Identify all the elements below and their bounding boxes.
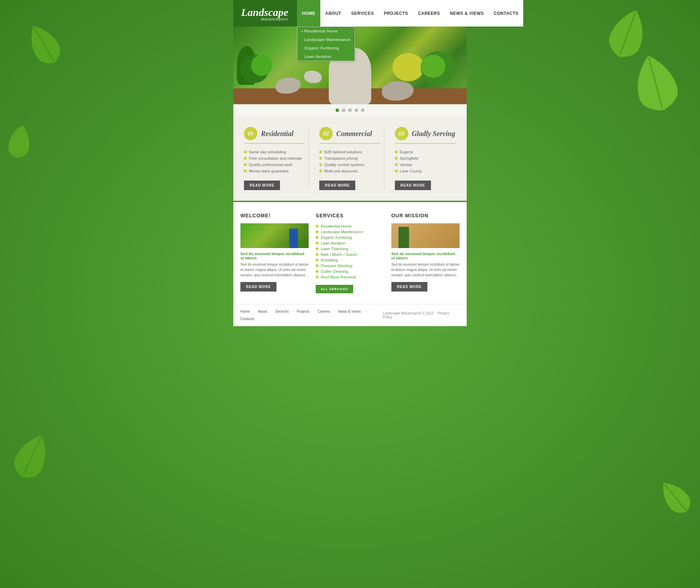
welcome-title: Sed do eiusmod tempor incididunt ut labo… <box>240 252 309 260</box>
nav-link-projects[interactable]: PROJECTS <box>379 0 413 27</box>
nav-link-services[interactable]: SERVICES <box>346 0 379 27</box>
footer-link-contacts[interactable]: Contacts <box>240 317 254 321</box>
feature-title-serving: 03 Gladly Serving <box>395 127 456 144</box>
svg-line-2 <box>649 58 663 109</box>
feature-residential: 01 Residential Same day scheduling Free … <box>240 127 309 190</box>
service-item-roof-moss[interactable]: Roof Moss Removal <box>316 274 384 280</box>
dropdown-item-lawn[interactable]: Lawn Aeration <box>297 52 355 61</box>
logo: Landscape maintenance <box>241 6 288 22</box>
content-grid: WELCOME! Sed do eiusmod tempor incididun… <box>240 213 460 293</box>
svg-line-3 <box>23 437 41 475</box>
all-services-button[interactable]: ALL SERVICES <box>316 285 353 293</box>
list-item: Veneta <box>395 161 456 168</box>
nav-link-home[interactable]: HOME <box>297 0 320 27</box>
footer-link-services[interactable]: Services <box>275 310 288 313</box>
service-item[interactable]: Residential Home <box>316 223 384 229</box>
residential-read-more[interactable]: READ MORE <box>244 181 280 190</box>
feature-name-residential: Residential <box>261 130 293 138</box>
slider-dots <box>233 104 467 116</box>
list-item: Lane County <box>395 168 456 174</box>
nav-item-home[interactable]: HOME Residential Home Landscape Maintena… <box>297 0 320 27</box>
nav-item-about[interactable]: ABOUT <box>320 0 346 27</box>
nav-item-news[interactable]: NEWS & VIEWS <box>445 0 489 27</box>
service-item-gutter-cleaning[interactable]: Gutter Cleaning <box>316 269 384 274</box>
welcome-person <box>289 229 298 248</box>
nav-link-careers[interactable]: CAREERS <box>413 0 445 27</box>
residential-list: Same day scheduling Free consultation an… <box>244 149 305 174</box>
footer-link-about[interactable]: About <box>258 310 267 313</box>
service-item[interactable]: Lawn Thatching <box>316 246 384 252</box>
logo-area: Landscape maintenance <box>233 0 297 27</box>
slider-dot-5[interactable] <box>361 108 364 112</box>
footer-links: Home · About · Services · Projects · Car… <box>240 310 383 321</box>
mission-image <box>391 223 460 248</box>
footer: Home · About · Services · Projects · Car… <box>233 304 467 326</box>
service-item[interactable]: Lawn Aeration <box>316 240 384 246</box>
list-item: Money-back guarantee <box>244 168 305 174</box>
site-header: Landscape maintenance HOME Residential H… <box>233 0 467 27</box>
commercial-list: B2B tailored solutions Transparent prici… <box>319 149 380 174</box>
mission-body: Sed do eiusmod tempor incididunt ut labo… <box>391 262 460 278</box>
welcome-image <box>240 223 309 248</box>
services-dropdown: Residential Home Landscape Maintenance O… <box>297 27 355 61</box>
feature-number-1: 01 <box>244 127 257 140</box>
services-heading: SERVICES <box>316 213 384 218</box>
list-item: Quality control systems <box>319 161 380 168</box>
services-block: SERVICES Residential Home Landscape Main… <box>316 213 384 293</box>
footer-copyright: Landscape Maintenance © 2012 <box>383 311 434 315</box>
slider-dot-2[interactable] <box>342 108 345 112</box>
list-item: Same day scheduling <box>244 149 305 155</box>
svg-line-1 <box>620 12 635 55</box>
list-item: Springfield <box>395 155 456 161</box>
serving-read-more[interactable]: READ MORE <box>395 181 431 190</box>
feature-name-serving: Gladly Serving <box>412 130 455 138</box>
dropdown-item-landscape[interactable]: Landscape Maintenance <box>297 35 355 44</box>
mission-read-more[interactable]: READ MORE <box>391 282 427 292</box>
mission-heading: OUR MISSION <box>391 213 460 218</box>
welcome-heading: WELCOME! <box>240 213 309 218</box>
features-grid: 01 Residential Same day scheduling Free … <box>240 127 460 190</box>
mission-block: OUR MISSION Sed do eiusmod tempor incidi… <box>391 213 460 293</box>
dropdown-item-organic[interactable]: Organic Fertilizing <box>297 44 355 52</box>
nav-link-about[interactable]: ABOUT <box>320 0 346 27</box>
nav-link-news[interactable]: NEWS & VIEWS <box>445 0 489 27</box>
list-item: B2B tailored solutions <box>319 149 380 155</box>
feature-commercial: 02 Commercial B2B tailored solutions Tra… <box>316 127 384 190</box>
footer-link-careers[interactable]: Careers <box>317 310 330 313</box>
mission-title: Sed do eiusmod tempor incididunt ut labo… <box>391 252 460 260</box>
services-list: Residential Home Landscape Maintenance O… <box>316 223 384 280</box>
footer-copy: Landscape Maintenance © 2012 Privacy Pol… <box>383 311 460 319</box>
slider-dot-4[interactable] <box>355 108 358 112</box>
service-item[interactable]: Landscape Maintenance <box>316 229 384 235</box>
service-item-pressure-washing[interactable]: Pressure Washing <box>316 263 384 269</box>
nav-item-projects[interactable]: PROJECTS <box>379 0 413 27</box>
nav-item-careers[interactable]: CAREERS <box>413 0 445 27</box>
nav-item-contacts[interactable]: CONTACTS <box>489 0 524 27</box>
footer-link-news[interactable]: News & Views <box>338 310 361 313</box>
svg-line-0 <box>34 28 54 61</box>
list-item: Multi-unit discounts <box>319 168 380 174</box>
dropdown-item-residential-home[interactable]: Residential Home <box>297 27 355 35</box>
service-item[interactable]: Organic Fertilizing <box>316 235 384 240</box>
feature-serving: 03 Gladly Serving Eugene Springfield Ven… <box>391 127 460 190</box>
footer-link-projects[interactable]: Projects <box>297 310 310 313</box>
service-item[interactable]: Bark / Mulch / Gravel <box>316 252 384 257</box>
nav-item-services[interactable]: SERVICES <box>346 0 379 27</box>
feature-name-commercial: Commercial <box>336 130 372 138</box>
list-item: Free consultation and estimate <box>244 155 305 161</box>
feature-number-2: 02 <box>319 127 333 140</box>
nav-menu: HOME Residential Home Landscape Maintena… <box>297 0 523 27</box>
welcome-body: Sed do eiusmod tempor incididunt ut labo… <box>240 262 309 278</box>
nav-link-contacts[interactable]: CONTACTS <box>489 0 524 27</box>
slider-dot-1[interactable] <box>336 108 339 112</box>
features-section: 01 Residential Same day scheduling Free … <box>233 116 467 201</box>
footer-link-home[interactable]: Home <box>240 310 250 313</box>
content-section: WELCOME! Sed do eiusmod tempor incididun… <box>233 201 467 304</box>
commercial-read-more[interactable]: READ MORE <box>319 181 355 190</box>
feature-title-commercial: 02 Commercial <box>319 127 380 144</box>
list-item: Eugene <box>395 149 456 155</box>
svg-line-4 <box>665 484 686 510</box>
slider-dot-3[interactable] <box>348 108 352 112</box>
service-item[interactable]: Rototilling <box>316 257 384 263</box>
welcome-read-more[interactable]: READ MORE <box>240 282 276 292</box>
